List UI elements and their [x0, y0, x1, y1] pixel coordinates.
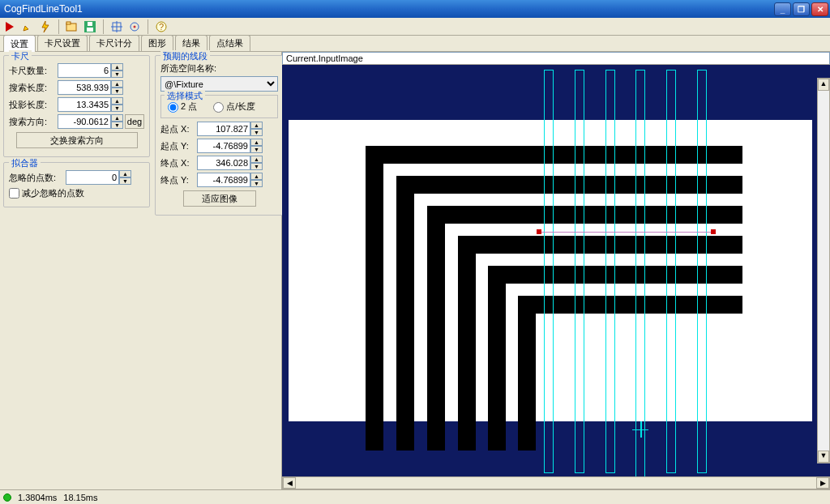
tab-caliper-score[interactable]: 卡尺计分	[89, 35, 139, 51]
tab-graphics[interactable]: 图形	[141, 35, 173, 51]
caliper-3[interactable]	[605, 70, 615, 473]
handle-start[interactable]	[537, 229, 541, 234]
reduce-checkbox[interactable]	[9, 188, 19, 199]
tab-settings[interactable]: 设置	[3, 35, 36, 52]
count-label: 卡尺数量:	[9, 65, 58, 77]
hscrollbar[interactable]: ◀▶	[282, 476, 830, 489]
endx-input[interactable]	[197, 156, 250, 170]
save-icon[interactable]	[83, 20, 96, 33]
endy-label: 终点 Y:	[160, 174, 197, 186]
status-dot-icon	[3, 493, 11, 502]
starty-input[interactable]	[197, 139, 250, 153]
fit-line[interactable]	[538, 232, 713, 233]
edit-icon[interactable]	[21, 20, 34, 33]
reduce-label: 减少忽略的点数	[22, 187, 84, 199]
svg-rect-2	[66, 22, 71, 24]
ignore-input[interactable]	[66, 170, 119, 185]
endy-input[interactable]	[197, 173, 250, 187]
minimize-button[interactable]: _	[774, 2, 791, 16]
caliper-4[interactable]	[635, 70, 645, 476]
svg-marker-0	[6, 22, 14, 32]
tool1-icon[interactable]	[110, 20, 123, 33]
maximize-button[interactable]: ❐	[793, 2, 810, 16]
tab-point-results[interactable]: 点结果	[209, 35, 250, 51]
vscrollbar[interactable]: ▲▼	[817, 78, 830, 463]
count-input[interactable]	[58, 63, 111, 78]
caliper-1[interactable]	[544, 70, 554, 473]
startx-label: 起点 X:	[160, 123, 197, 135]
caliper-6[interactable]	[697, 70, 707, 473]
fit-image-button[interactable]: 适应图像	[183, 190, 256, 207]
image-viewport[interactable]: ▲▼	[282, 65, 830, 476]
deg-button[interactable]: deg	[125, 114, 144, 129]
window-title: CogFindLineTool1	[4, 3, 774, 15]
swap-dir-button[interactable]: 交换搜索方向	[16, 132, 138, 148]
tool2-icon[interactable]	[128, 20, 141, 33]
tabstrip: 设置 卡尺设置 卡尺计分 图形 结果 点结果	[0, 36, 830, 52]
searchlen-label: 搜索长度:	[9, 82, 58, 94]
svg-text:?: ?	[159, 22, 164, 32]
fit-group: 拟合器 忽略的点数: ▲▼ 减少忽略的点数	[3, 162, 150, 207]
radio-ptlen[interactable]: 点/长度	[213, 100, 255, 113]
expect-title: 预期的线段	[160, 50, 210, 62]
tab-caliper-settings[interactable]: 卡尺设置	[37, 35, 88, 51]
open-icon[interactable]	[66, 20, 79, 33]
svg-rect-4	[87, 28, 93, 32]
searchlen-input[interactable]	[58, 80, 111, 95]
expect-group: 预期的线段 所选空间名称: @\Fixture 选择模式 2 点 点/长度 起点…	[155, 55, 284, 216]
dir-label: 搜索方向:	[9, 116, 58, 128]
mode-title: 选择模式	[165, 90, 205, 102]
spin-down[interactable]: ▼	[111, 70, 123, 78]
caliper-5[interactable]	[666, 70, 676, 473]
dir-input[interactable]	[58, 114, 111, 129]
status-time2: 18.15ms	[63, 493, 97, 502]
svg-point-10	[134, 25, 136, 28]
caliper-title: 卡尺	[9, 50, 32, 62]
radio-2pt[interactable]: 2 点	[168, 100, 197, 113]
fit-title: 拟合器	[9, 157, 41, 169]
tab-results[interactable]: 结果	[175, 35, 208, 51]
close-button[interactable]: ✕	[811, 2, 828, 16]
image-panel: Current.InputImage ▲▼ ◀▶	[282, 52, 830, 489]
status-time1: 1.3804ms	[18, 493, 57, 502]
run-icon[interactable]	[3, 20, 16, 33]
svg-rect-5	[88, 22, 92, 26]
toolbar: ?	[0, 18, 830, 36]
projlen-input[interactable]	[58, 97, 111, 112]
handle-end[interactable]	[711, 229, 716, 234]
starty-label: 起点 Y:	[160, 140, 197, 152]
titlebar: CogFindLineTool1 _ ❐ ✕	[0, 0, 830, 18]
help-icon[interactable]: ?	[155, 20, 168, 33]
caliper-group: 卡尺 卡尺数量: ▲▼ 搜索长度: ▲▼ 投影长度: ▲▼ 搜索方向: ▲▼ d…	[3, 55, 150, 157]
startx-input[interactable]	[197, 122, 250, 136]
caliper-2[interactable]	[575, 70, 584, 473]
space-label: 所选空间名称:	[160, 62, 278, 75]
statusbar: 1.3804ms 18.15ms	[0, 489, 830, 504]
settings-panel: 卡尺 卡尺数量: ▲▼ 搜索长度: ▲▼ 投影长度: ▲▼ 搜索方向: ▲▼ d…	[0, 52, 282, 489]
ignore-label: 忽略的点数:	[9, 172, 66, 184]
projlen-label: 投影长度:	[9, 99, 58, 111]
elec-icon[interactable]	[39, 20, 52, 33]
endx-label: 终点 X:	[160, 157, 197, 169]
image-label: Current.InputImage	[282, 52, 830, 65]
spin-up[interactable]: ▲	[111, 63, 123, 70]
